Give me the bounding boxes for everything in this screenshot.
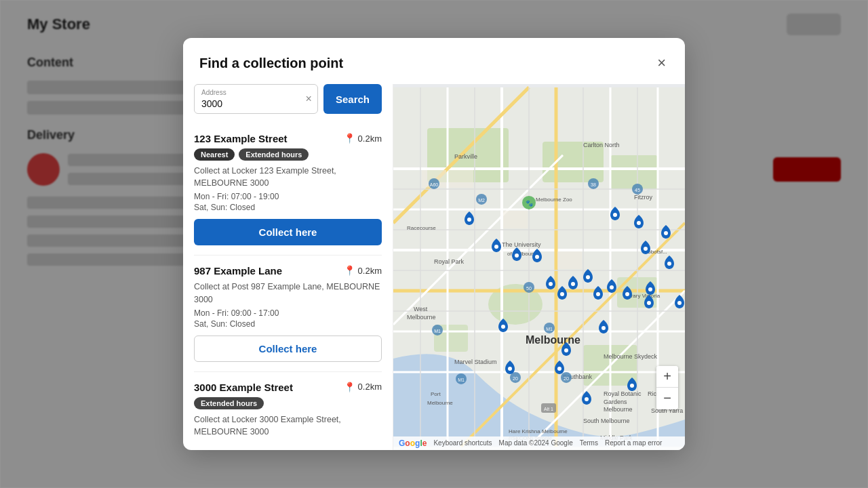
left-panel: Address × Search 123 Example Street 📍	[183, 84, 393, 450]
svg-text:45: 45	[635, 188, 640, 192]
svg-point-88	[613, 213, 617, 217]
svg-point-97	[596, 292, 600, 296]
clear-address-button[interactable]: ×	[306, 93, 312, 105]
location-1-hours-weekday: Mon - Fri: 07:00 - 19:00	[194, 192, 382, 201]
map-attribution-text: Map data ©2024 Google	[499, 439, 573, 447]
svg-point-107	[557, 367, 561, 371]
location-list: 123 Example Street 📍 0.2km Nearest Exten…	[183, 123, 393, 450]
svg-point-101	[501, 325, 505, 329]
modal-overlay: Find a collection point × Address × Sear…	[0, 0, 868, 488]
svg-text:Hare Krishna Melbourne: Hare Krishna Melbourne	[509, 428, 568, 434]
pin-icon-1: 📍	[344, 133, 355, 144]
location-3-name: 3000 Example Street	[194, 382, 293, 393]
svg-rect-3	[610, 155, 658, 189]
svg-text:Melbourne: Melbourne	[526, 334, 580, 346]
svg-text:Parkville: Parkville	[454, 153, 477, 160]
svg-point-96	[586, 275, 590, 279]
location-card-1-header: 123 Example Street 📍 0.2km	[194, 133, 382, 144]
svg-point-91	[644, 247, 648, 251]
report-link[interactable]: Report a map error	[605, 439, 662, 447]
svg-text:Royal Park: Royal Park	[434, 258, 465, 265]
location-2-hours-weekend: Sat, Sun: Closed	[194, 319, 382, 329]
location-card-3: 3000 Example Street 📍 0.2km Extended hou…	[194, 372, 382, 450]
svg-point-103	[601, 326, 606, 330]
svg-text:Melbourne Skydeck: Melbourne Skydeck	[604, 353, 658, 360]
svg-point-89	[637, 221, 641, 225]
svg-text:38: 38	[591, 182, 596, 187]
svg-text:West: West	[414, 306, 428, 312]
svg-text:M1: M1	[434, 329, 441, 333]
svg-text:50: 50	[526, 286, 532, 291]
google-logo: Google	[399, 439, 427, 448]
svg-point-105	[677, 301, 682, 305]
svg-text:M1: M1	[546, 327, 553, 331]
address-label: Address	[201, 89, 226, 96]
location-card-3-header: 3000 Example Street 📍 0.2km	[194, 382, 382, 393]
terms-link[interactable]: Terms	[580, 439, 598, 447]
svg-point-92	[667, 262, 671, 266]
location-2-distance: 📍 0.2km	[344, 265, 382, 276]
svg-point-90	[664, 231, 668, 235]
svg-point-106	[508, 367, 512, 371]
location-2-hours-weekday: Mon - Fri: 09:00 - 17:00	[194, 308, 382, 318]
map-panel: Parkville Carlton North Racecourse Royal…	[393, 84, 685, 450]
svg-text:Melbourne: Melbourne	[407, 314, 436, 321]
search-button[interactable]: Search	[323, 84, 382, 114]
svg-text:Melbourne: Melbourne	[604, 406, 633, 413]
svg-point-84	[467, 218, 471, 222]
collect-button-1[interactable]: Collect here	[194, 219, 382, 245]
svg-point-104	[648, 287, 652, 291]
svg-point-109	[585, 397, 589, 401]
address-input-wrap: Address ×	[194, 84, 318, 114]
svg-point-94	[560, 292, 564, 296]
svg-text:M1: M1	[458, 378, 465, 382]
location-2-name: 987 Example Lane	[194, 265, 282, 277]
badge-extended-3: Extended hours	[194, 397, 264, 409]
badge-extended-1: Extended hours	[239, 148, 309, 161]
svg-text:Melbourne Zoo: Melbourne Zoo	[536, 197, 572, 203]
svg-rect-34	[503, 211, 528, 228]
map-svg: Parkville Carlton North Racecourse Royal…	[393, 84, 685, 450]
svg-text:A60: A60	[430, 182, 439, 187]
svg-rect-33	[449, 170, 473, 188]
zoom-in-button[interactable]: +	[656, 366, 678, 388]
location-3-distance: 📍 0.2km	[344, 382, 382, 392]
map-controls: + −	[656, 366, 678, 409]
svg-point-102	[564, 348, 568, 352]
svg-point-93	[549, 282, 553, 286]
svg-text:M2: M2	[478, 198, 485, 203]
badge-nearest: Nearest	[194, 148, 235, 161]
svg-text:Carlton North: Carlton North	[583, 142, 620, 148]
close-button[interactable]: ×	[654, 53, 669, 73]
svg-text:The University: The University	[502, 241, 541, 248]
svg-text:South Melbourne: South Melbourne	[583, 418, 630, 424]
location-1-name: 123 Example Street	[194, 133, 288, 144]
svg-point-87	[535, 255, 539, 259]
svg-text:Gardens: Gardens	[604, 399, 627, 405]
svg-point-100	[647, 301, 651, 305]
location-3-badges: Extended hours	[194, 397, 382, 409]
svg-point-99	[625, 292, 629, 296]
zoom-out-button[interactable]: −	[656, 388, 678, 409]
location-3-address: Collect at Locker 3000 Example Street, M…	[194, 413, 382, 438]
svg-text:Racecourse: Racecourse	[407, 225, 436, 231]
svg-point-95	[571, 282, 575, 286]
svg-text:Marvel Stadium: Marvel Stadium	[454, 359, 497, 365]
svg-point-98	[610, 285, 614, 289]
location-2-address: Collect at Post 987 Example Lane, MELBOU…	[194, 281, 382, 305]
modal-body: Address × Search 123 Example Street 📍	[183, 84, 685, 450]
location-1-badges: Nearest Extended hours	[194, 148, 382, 161]
collect-button-2[interactable]: Collect here	[194, 336, 382, 362]
map-attribution: Google Keyboard shortcuts Map data ©2024…	[393, 436, 685, 450]
keyboard-shortcuts-link[interactable]: Keyboard shortcuts	[433, 439, 492, 447]
location-card-2: 987 Example Lane 📍 0.2km Collect at Post…	[194, 256, 382, 371]
svg-text:Royal Botanic: Royal Botanic	[604, 390, 642, 397]
pin-icon-2: 📍	[344, 265, 355, 276]
svg-point-85	[494, 245, 498, 249]
pin-icon-3: 📍	[344, 382, 355, 392]
svg-text:Alt 1: Alt 1	[544, 407, 553, 411]
location-card-1: 123 Example Street 📍 0.2km Nearest Exten…	[194, 123, 382, 256]
svg-rect-35	[557, 251, 582, 269]
location-1-hours-weekend: Sat, Sun: Closed	[194, 203, 382, 212]
modal-title: Find a collection point	[199, 56, 343, 71]
